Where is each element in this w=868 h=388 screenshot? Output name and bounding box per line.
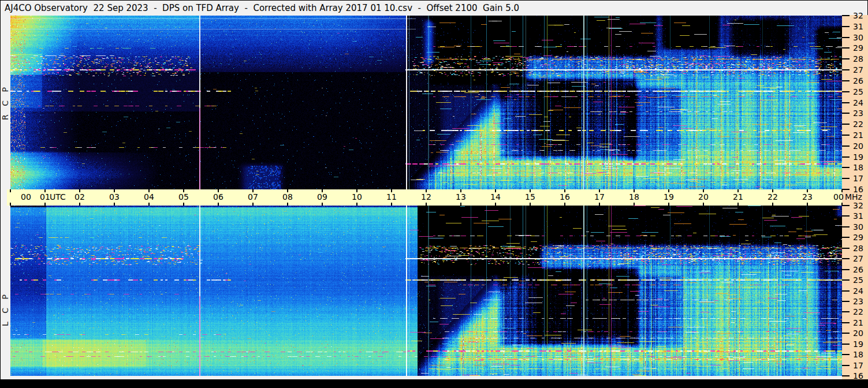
hour-tick (287, 203, 288, 206)
mhz-tick (842, 290, 850, 292)
hour-tick (148, 203, 150, 206)
mhz-tick (842, 113, 850, 114)
mhz-tick (842, 365, 850, 366)
rcp-spectrogram (10, 16, 842, 189)
mhz-tick (842, 311, 850, 312)
mhz-tick (842, 69, 850, 70)
mhz-tick (842, 47, 850, 48)
hour-tick (114, 203, 115, 206)
mhz-tick (842, 279, 850, 281)
mhz-label: 32 (853, 11, 863, 20)
hour-tick (668, 203, 669, 206)
hour-label: 08 (282, 192, 293, 202)
mhz-tick (842, 354, 850, 355)
mhz-label: 26 (853, 265, 863, 274)
mhz-label: 17 (853, 361, 863, 370)
hour-tick (218, 203, 219, 206)
hour-label: 14 (490, 192, 501, 202)
hour-tick (530, 203, 531, 206)
hour-tick (322, 203, 323, 206)
mhz-tick (842, 178, 850, 179)
mhz-label: 19 (853, 152, 863, 162)
mhz-label: 24 (853, 98, 863, 107)
mhz-label: 28 (853, 54, 863, 64)
hour-label: 23 (802, 192, 813, 202)
mhz-label: 27 (853, 254, 863, 263)
mhz-tick (842, 37, 850, 38)
hour-tick (703, 203, 704, 206)
hour-label: 19 (664, 192, 674, 202)
mhz-label: 32 (853, 201, 863, 210)
mhz-tick (842, 248, 850, 249)
hour-tick (356, 203, 357, 206)
hour-label: 01 (40, 192, 50, 202)
mhz-label: 30 (853, 33, 863, 42)
hour-tick (426, 203, 427, 206)
mhz-label: 25 (853, 275, 863, 285)
mhz-label: 27 (853, 65, 863, 74)
mhz-label: 29 (853, 233, 863, 242)
hour-tick (10, 189, 11, 192)
mhz-tick (842, 215, 850, 217)
mhz-label: 21 (853, 130, 863, 140)
lcp-polarization-label: L C P (1, 292, 10, 326)
mhz-label: 21 (853, 318, 863, 327)
mhz-label: 23 (853, 109, 863, 118)
mhz-tick (842, 135, 850, 136)
hour-label: 13 (456, 192, 466, 202)
hour-tick (79, 203, 80, 206)
hour-label: 02 (74, 192, 85, 202)
mhz-label: 23 (853, 297, 863, 306)
mhz-label: 20 (853, 141, 863, 151)
mhz-tick (842, 58, 850, 59)
hour-label: 00 (21, 192, 31, 202)
utc-unit-label: UTC (50, 192, 66, 202)
hour-label: 06 (213, 192, 223, 202)
mhz-tick (842, 167, 850, 168)
mhz-tick (842, 189, 850, 190)
hour-tick (737, 203, 739, 206)
mhz-tick (842, 333, 850, 334)
mhz-tick (842, 226, 850, 227)
hour-label: 00 (833, 192, 844, 202)
mhz-tick (842, 80, 850, 81)
mhz-tick (842, 124, 850, 125)
mhz-label: 18 (853, 163, 863, 172)
mhz-tick (842, 344, 850, 345)
hour-tick (252, 203, 254, 206)
hour-label: 21 (733, 192, 743, 202)
mhz-label: 22 (853, 307, 863, 316)
hour-tick (634, 203, 635, 206)
hour-label: 07 (248, 192, 258, 202)
mhz-tick (842, 258, 850, 259)
hour-tick (807, 203, 808, 206)
hour-label: 10 (352, 192, 362, 202)
mhz-label: 28 (853, 244, 863, 253)
page-title: AJ4CO Observatory 22 Sep 2023 - DPS on T… (5, 3, 519, 13)
mhz-tick (842, 156, 850, 158)
hour-tick (564, 203, 565, 206)
hour-label: 17 (594, 192, 605, 202)
hour-tick (10, 203, 11, 206)
mhz-tick (842, 322, 850, 323)
mhz-label: 16 (853, 185, 863, 194)
mhz-tick (842, 91, 850, 92)
hour-label: 12 (421, 192, 431, 202)
hour-label: 22 (768, 192, 778, 202)
app-window: AJ4CO Observatory 22 Sep 2023 - DPS on T… (0, 0, 868, 388)
mhz-label: 25 (853, 87, 863, 96)
mhz-label: 19 (853, 339, 863, 349)
hour-tick (391, 203, 392, 206)
hour-tick (599, 203, 600, 206)
mhz-label: 31 (853, 22, 863, 31)
mhz-tick (842, 26, 850, 27)
hour-label: 18 (629, 192, 639, 202)
hour-label: 03 (109, 192, 120, 202)
lcp-spectrogram (10, 206, 842, 376)
mhz-label: 18 (853, 350, 863, 359)
mhz-label: 20 (853, 329, 863, 338)
hour-tick (44, 203, 46, 206)
hour-label: 09 (317, 192, 327, 202)
hour-label: 05 (178, 192, 189, 202)
hour-tick (495, 203, 496, 206)
